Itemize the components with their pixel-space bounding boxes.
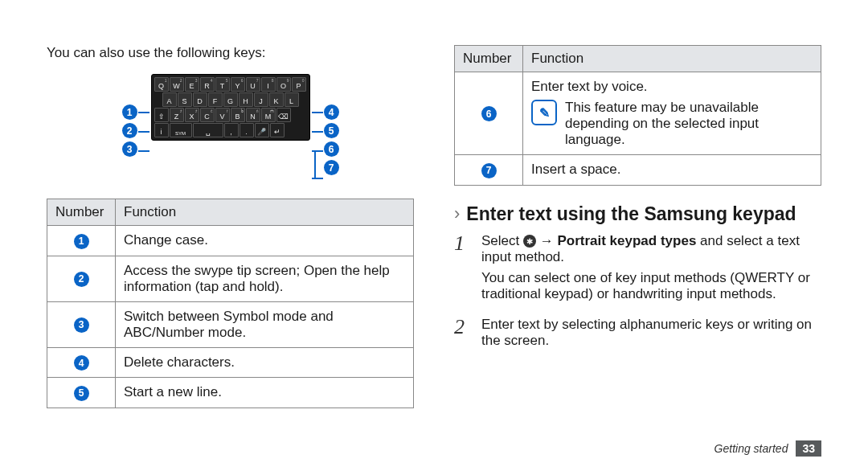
callout-badge: 3 <box>122 141 137 157</box>
footer-section: Getting started <box>714 442 788 455</box>
callout-badge: 6 <box>481 106 497 121</box>
gear-icon: ✱ <box>523 235 536 248</box>
step-item: 2Enter text by selecting alphanumeric ke… <box>454 317 821 354</box>
keyboard-key: Y6 <box>231 77 245 92</box>
keyboard-key: Mḿ <box>261 108 276 122</box>
callout-badge: 5 <box>74 386 89 401</box>
th-number: Number <box>455 46 523 72</box>
callout-badge: 5 <box>324 123 339 138</box>
function-cell: Enter text by voice.✎This feature may be… <box>523 72 821 155</box>
keyboard-key: Q1 <box>154 77 169 92</box>
keyboard-key: i <box>154 123 169 137</box>
callout-badge: 7 <box>481 163 497 178</box>
callout-badge: 4 <box>324 104 339 120</box>
keyboard-key: G <box>223 92 238 107</box>
footer-page: 33 <box>796 440 821 457</box>
intro-text: You can also use the following keys: <box>47 45 414 61</box>
keyboard-key: Zż <box>170 108 184 122</box>
keyboard-key: . <box>240 123 254 137</box>
keyboard-key: H <box>239 92 253 107</box>
callout-badge: 6 <box>324 141 339 157</box>
keyboard-diagram: Q1W2E3R4T5Y6U7I8O9P0ASDFGHJKL⇧ZżXźCćVŕBḃ… <box>47 74 414 182</box>
table-row: 5Start a new line. <box>47 378 414 408</box>
keyboard-key: A <box>162 92 177 107</box>
keyboard-key: Vŕ <box>215 108 230 122</box>
function-cell: Change case. <box>116 226 414 256</box>
callout-badge: 1 <box>74 234 89 249</box>
keyboard-key: T5 <box>215 77 230 92</box>
th-number: Number <box>47 199 116 226</box>
keyboard-key: 🎤 <box>255 123 269 137</box>
keyboard-key: Bḃ <box>231 108 245 122</box>
keyboard-key: F <box>208 92 223 107</box>
callout-badge: 1 <box>122 104 137 120</box>
table-row: 6Enter text by voice.✎This feature may b… <box>455 72 821 155</box>
right-column: Number Function 6Enter text by voice.✎Th… <box>454 29 821 471</box>
steps-list: 1Select ✱ → Portrait keypad types and se… <box>454 233 821 354</box>
left-column: You can also use the following keys: Q1W… <box>47 29 414 471</box>
callout-badge: 4 <box>74 355 89 371</box>
callout-badge: 2 <box>74 272 89 287</box>
keyboard-key: J <box>254 92 268 107</box>
chevron-right-icon: › <box>454 203 460 224</box>
page-footer: Getting started 33 <box>714 440 821 457</box>
keyboard-key: Cć <box>200 108 215 122</box>
function-table-left: Number Function 1Change case.2Access the… <box>47 199 414 408</box>
table-row: 7Insert a space. <box>455 155 821 186</box>
note-icon: ✎ <box>531 100 557 125</box>
callout-badge: 2 <box>122 123 137 138</box>
keyboard-key: L <box>285 92 299 107</box>
keyboard-key: K <box>269 92 284 107</box>
keyboard-key: ⌫ <box>276 108 291 122</box>
keyboard-key: Xź <box>185 108 199 122</box>
keyboard-key: SYM <box>170 123 192 137</box>
keyboard-key: E3 <box>185 77 199 92</box>
keyboard-key: S <box>178 92 192 107</box>
table-row: 2Access the swype tip screen; Open the h… <box>47 256 414 301</box>
th-function: Function <box>116 199 414 226</box>
section-heading: › Enter text using the Samsung keypad <box>454 203 821 225</box>
table-row: 3Switch between Symbol mode and ABC/Numb… <box>47 301 414 347</box>
keyboard-key: O9 <box>276 77 291 92</box>
keyboard-key: ↵ <box>270 123 285 137</box>
callout-badge: 7 <box>324 160 339 175</box>
keyboard-key: R4 <box>200 77 215 92</box>
th-function: Function <box>523 46 821 72</box>
function-cell: Insert a space. <box>523 155 821 186</box>
table-row: 1Change case. <box>47 226 414 256</box>
function-cell: Access the swype tip screen; Open the he… <box>116 256 414 301</box>
keyboard-key: W2 <box>170 77 184 92</box>
keyboard-key: I8 <box>261 77 276 92</box>
keyboard-key: D <box>193 92 207 107</box>
section-title: Enter text using the Samsung keypad <box>466 203 796 225</box>
keyboard-key: Nń <box>246 108 260 122</box>
keyboard-key: U7 <box>246 77 260 92</box>
function-table-right: Number Function 6Enter text by voice.✎Th… <box>454 45 821 186</box>
keyboard-key: ⇧ <box>154 108 169 122</box>
keyboard-key: , <box>224 123 239 137</box>
step-item: 1Select ✱ → Portrait keypad types and se… <box>454 233 821 307</box>
keyboard-key: ␣ <box>193 123 223 137</box>
function-cell: Switch between Symbol mode and ABC/Numbe… <box>116 301 414 347</box>
table-row: 4Delete characters. <box>47 347 414 378</box>
function-cell: Delete characters. <box>116 347 414 378</box>
keyboard-key: P0 <box>292 77 306 92</box>
function-cell: Start a new line. <box>116 378 414 408</box>
callout-badge: 3 <box>74 317 89 333</box>
